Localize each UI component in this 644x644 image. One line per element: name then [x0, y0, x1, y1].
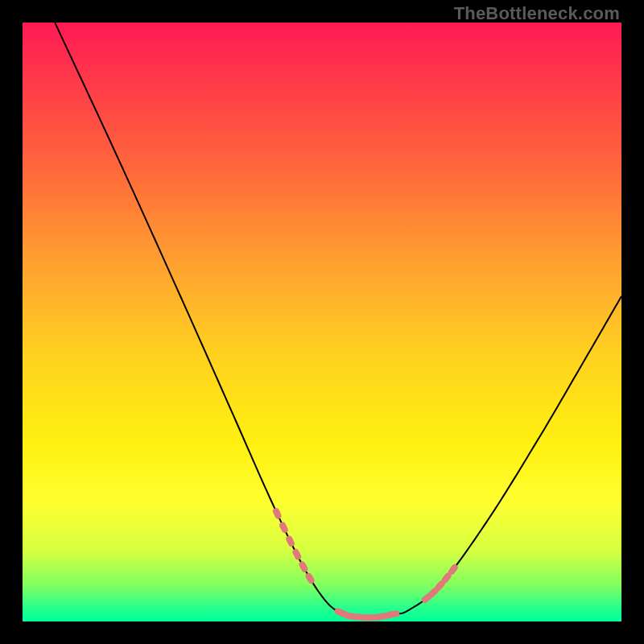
sweet-spot-marker — [285, 535, 295, 547]
bottleneck-curve-chart — [23, 23, 621, 621]
sweet-spot-marker — [291, 548, 302, 561]
curve-series — [55, 23, 621, 617]
sweet-spot-marker — [279, 521, 289, 534]
watermark-text: TheBottleneck.com — [454, 3, 620, 24]
chart-area — [23, 23, 621, 621]
sweet-spot-marker — [304, 572, 316, 584]
bottleneck-curve-line — [55, 23, 621, 617]
sweet-spot-marker — [388, 610, 400, 618]
sweet-spot-markers — [272, 507, 460, 621]
sweet-spot-marker — [272, 507, 283, 520]
sweet-spot-marker — [298, 560, 309, 573]
